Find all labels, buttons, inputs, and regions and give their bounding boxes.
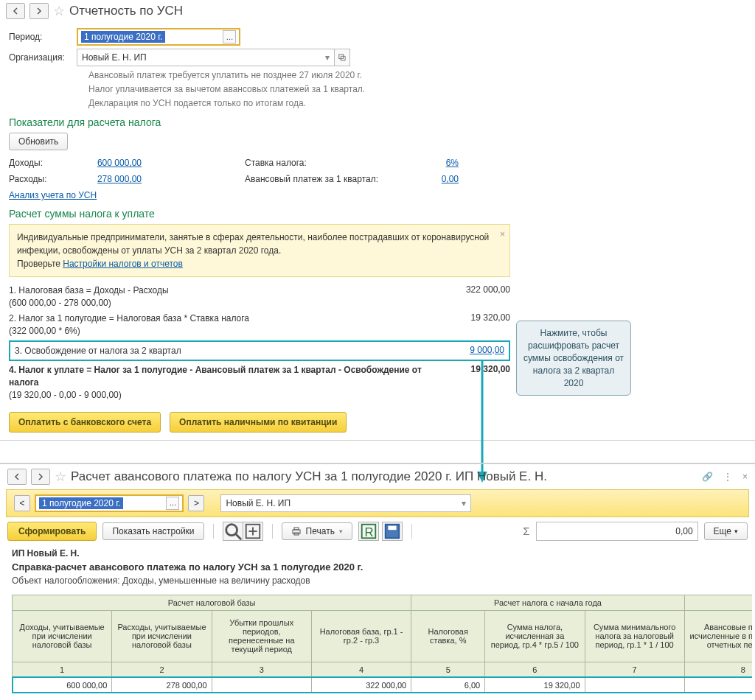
- cell-4[interactable]: 322 000,00: [311, 677, 411, 693]
- section-indicators: Показатели для расчета налога: [9, 116, 746, 128]
- favorite-icon[interactable]: ☆: [53, 3, 65, 19]
- more-icon[interactable]: ⋮: [723, 472, 732, 482]
- col-header-6: Сумма налога, исчисленная за период, гр.…: [485, 610, 585, 662]
- report-title: Справка-расчет авансового платежа по нал…: [12, 561, 743, 573]
- data-row[interactable]: 600 000,00278 000,00322 000,006,0019 320…: [13, 677, 753, 693]
- org-open-button[interactable]: [334, 49, 350, 66]
- nav-fwd-button-2[interactable]: [31, 469, 50, 485]
- rate-label: Ставка налога:: [245, 158, 422, 168]
- report-header: ИП Новый Е. Н. Справка-расчет авансового…: [0, 545, 755, 595]
- col-num-3: 3: [212, 662, 311, 677]
- period-label: Период:: [9, 32, 77, 42]
- filter-bar: < 1 полугодие 2020 г. … > Новый Е. Н. ИП…: [6, 489, 749, 517]
- income-link[interactable]: 600 000,00: [83, 158, 142, 168]
- col-header-row: Доходы, учитываемые при исчислении налог…: [13, 610, 753, 662]
- tax-settings-link[interactable]: Настройки налогов и отчетов: [63, 259, 183, 269]
- generate-button[interactable]: Сформировать: [7, 522, 97, 541]
- cell-6[interactable]: 19 320,00: [485, 677, 585, 693]
- svg-line-4: [235, 533, 240, 539]
- calc-value: 19 320,00: [444, 364, 510, 401]
- refresh-button[interactable]: Обновить: [9, 133, 68, 150]
- save-button[interactable]: [382, 522, 403, 541]
- find-button[interactable]: [223, 522, 243, 541]
- chevron-down-icon: ▾: [325, 52, 330, 63]
- report-toolbar: Сформировать Показать настройки Печать ▾…: [0, 517, 755, 545]
- print-button[interactable]: Печать ▾: [282, 522, 352, 540]
- calc-row-3: 3. Освобождение от налога за 2 квартал9 …: [9, 340, 510, 362]
- link-icon[interactable]: 🔗: [702, 472, 713, 482]
- cell-3[interactable]: [212, 677, 311, 693]
- calc-row-1: 1. Налоговая база = Доходы - Расходы(600…: [9, 284, 510, 309]
- col-num-6: 6: [485, 662, 585, 677]
- col-num-8: 8: [684, 662, 752, 677]
- period-selector-2[interactable]: 1 полугодие 2020 г. …: [35, 494, 184, 512]
- nav-fwd-button[interactable]: [29, 3, 49, 19]
- adv-q1-link[interactable]: 0,00: [422, 174, 459, 184]
- col-num-5: 5: [411, 662, 485, 677]
- svg-rect-14: [388, 525, 396, 530]
- org-value-2: Новый Е. Н. ИП: [226, 498, 290, 508]
- calc-text: 2. Налог за 1 полугодие = Налоговая база…: [9, 312, 444, 337]
- calc-value: 322 000,00: [444, 284, 510, 309]
- org-value: Новый Е. Н. ИП: [82, 52, 147, 63]
- expense-label: Расходы:: [9, 174, 83, 184]
- period-selector[interactable]: 1 полугодие 2020 г. …: [77, 28, 240, 46]
- nav-back-button[interactable]: [6, 3, 25, 19]
- org-select-2[interactable]: Новый Е. Н. ИП ▾: [220, 494, 471, 512]
- show-settings-button[interactable]: Показать настройки: [102, 522, 203, 540]
- callout-tooltip: Нажмите, чтобы расшифровать расчет суммы…: [516, 321, 631, 396]
- group-header-3: Налог в текущем периоде: [684, 595, 752, 610]
- pay-bank-button[interactable]: Оплатить с банковского счета: [9, 412, 161, 433]
- period-picker-button[interactable]: …: [223, 30, 236, 43]
- notice-text-1: Индивидуальные предприниматели, занятые …: [17, 232, 489, 256]
- register-button[interactable]: R: [358, 522, 379, 541]
- nav-back-button-2[interactable]: [7, 469, 27, 485]
- more-button[interactable]: Еще▾: [704, 522, 748, 540]
- cell-8[interactable]: 10 320,00: [684, 677, 752, 693]
- svg-text:R: R: [364, 525, 373, 539]
- col-header-8: Авансовые платежи, исчисленные в предыду…: [684, 610, 752, 662]
- col-header-7: Сумма минимального налога за налоговый п…: [585, 610, 684, 662]
- expense-link[interactable]: 278 000,00: [83, 174, 142, 184]
- analysis-link[interactable]: Анализ учета по УСН: [9, 190, 97, 200]
- col-header-4: Налоговая база, гр.1 - гр.2 - гр.3: [311, 610, 411, 662]
- period-prev-button[interactable]: <: [14, 495, 30, 511]
- hint-text-3: Декларация по УСН подается только по ито…: [88, 97, 746, 110]
- notice-close-button[interactable]: ×: [500, 228, 505, 241]
- org-select[interactable]: Новый Е. Н. ИП ▾: [77, 49, 335, 66]
- close-icon[interactable]: ×: [742, 472, 748, 482]
- cell-1[interactable]: 600 000,00: [13, 677, 112, 693]
- period-value: 1 полугодие 2020 г.: [81, 31, 165, 43]
- sigma-icon: Σ: [523, 525, 529, 537]
- rate-link[interactable]: 6%: [422, 158, 459, 168]
- group-header-row: Расчет налоговой базы Расчет налога с на…: [13, 595, 753, 610]
- expand-button[interactable]: [243, 522, 263, 541]
- pay-cash-button[interactable]: Оплатить наличными по квитанции: [170, 412, 347, 433]
- period-next-button[interactable]: >: [188, 495, 204, 511]
- notice-text-2a: Проверьте: [17, 259, 63, 269]
- chevron-down-icon-3: ▾: [339, 528, 343, 535]
- group-header-1: Расчет налоговой базы: [13, 595, 411, 610]
- titlebar: ☆ Отчетность по УСН: [0, 0, 755, 22]
- cell-5[interactable]: 6,00: [411, 677, 485, 693]
- calc-value: 19 320,00: [444, 312, 510, 337]
- calc-text: 3. Освобождение от налога за 2 квартал: [15, 345, 438, 357]
- col-header-2: Расходы, учитываемые при исчислении нало…: [112, 610, 212, 662]
- cell-7[interactable]: [585, 677, 684, 693]
- calc-row-2: 2. Налог за 1 полугодие = Налоговая база…: [9, 312, 510, 337]
- ip-line: ИП Новый Е. Н.: [12, 548, 743, 559]
- svg-point-3: [226, 524, 237, 535]
- report-subtitle: Объект налогообложения: Доходы, уменьшен…: [12, 575, 743, 586]
- svg-rect-9: [294, 528, 299, 530]
- col-header-1: Доходы, учитываемые при исчислении налог…: [13, 610, 112, 662]
- favorite-icon-2[interactable]: ☆: [55, 469, 66, 485]
- col-num-4: 4: [311, 662, 411, 677]
- col-header-3: Убытки прошлых периодов, перенесенные на…: [212, 610, 311, 662]
- sum-display: 0,00: [536, 522, 698, 541]
- calc-value[interactable]: 9 000,00: [438, 345, 504, 357]
- col-header-5: Налоговая ставка, %: [411, 610, 485, 662]
- page-title: Отчетность по УСН: [69, 4, 183, 18]
- period-picker-button-2[interactable]: …: [166, 497, 179, 510]
- cell-2[interactable]: 278 000,00: [112, 677, 212, 693]
- col-num-2: 2: [112, 662, 212, 677]
